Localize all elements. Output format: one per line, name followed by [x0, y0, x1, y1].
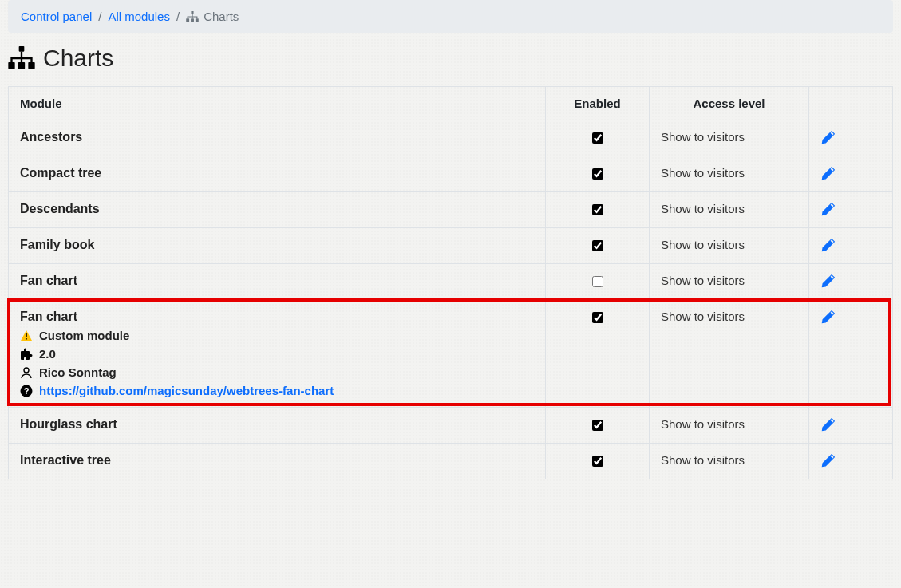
table-row: Family bookShow to visitors	[9, 228, 893, 264]
svg-text:?: ?	[24, 386, 30, 396]
table-row: Compact treeShow to visitors	[9, 156, 893, 192]
table-row: Fan chartCustom module2.0Rico Sonntag?ht…	[9, 300, 893, 408]
svg-rect-4	[19, 46, 25, 52]
enabled-checkbox[interactable]	[592, 132, 603, 144]
access-cell: Show to visitors	[650, 444, 809, 479]
access-level-text: Show to visitors	[661, 310, 745, 323]
module-name: Hourglass chart	[20, 417, 534, 432]
enabled-cell	[546, 408, 650, 444]
warning-icon	[20, 330, 33, 342]
enabled-cell	[546, 156, 650, 192]
module-name: Compact tree	[20, 166, 534, 180]
access-cell: Show to visitors	[650, 300, 809, 408]
module-cell: Compact tree	[9, 156, 546, 192]
custom-module-url[interactable]: https://github.com/magicsunday/webtrees-…	[39, 384, 334, 397]
edit-cell	[809, 192, 893, 228]
svg-rect-7	[28, 62, 34, 69]
breadcrumb-current: Charts	[186, 10, 239, 23]
access-cell: Show to visitors	[650, 264, 809, 300]
enabled-cell	[546, 192, 650, 228]
pencil-icon	[820, 418, 835, 432]
sitemap-icon	[8, 46, 35, 70]
edit-button[interactable]	[820, 310, 835, 323]
module-cell: Fan chart	[9, 264, 546, 300]
enabled-cell	[546, 228, 650, 264]
edit-button[interactable]	[820, 238, 835, 251]
custom-module-author: Rico Sonntag	[20, 365, 534, 379]
access-cell: Show to visitors	[650, 408, 809, 444]
breadcrumb: Control panel / All modules / Charts	[8, 0, 893, 33]
table-row: Hourglass chartShow to visitors	[9, 408, 893, 444]
sitemap-icon	[186, 11, 199, 22]
edit-button[interactable]	[820, 202, 835, 215]
edit-cell	[809, 156, 893, 192]
enabled-cell	[546, 444, 650, 479]
access-cell: Show to visitors	[650, 120, 809, 156]
access-level-text: Show to visitors	[661, 202, 745, 215]
access-level-text: Show to visitors	[661, 166, 745, 180]
module-name: Interactive tree	[20, 453, 534, 468]
breadcrumb-control-panel[interactable]: Control panel	[21, 10, 92, 23]
table-row: DescendantsShow to visitors	[9, 192, 893, 228]
module-name: Ancestors	[20, 130, 534, 144]
edit-button[interactable]	[820, 274, 835, 287]
svg-rect-9	[26, 338, 27, 340]
edit-cell	[809, 228, 893, 264]
access-level-text: Show to visitors	[661, 274, 745, 287]
puzzle-icon	[20, 348, 33, 361]
svg-rect-5	[8, 62, 14, 69]
table-row: Interactive treeShow to visitors	[9, 444, 893, 479]
page-title: Charts	[8, 45, 893, 72]
enabled-checkbox[interactable]	[592, 204, 603, 215]
svg-rect-2	[191, 18, 194, 22]
edit-cell	[809, 264, 893, 300]
edit-button[interactable]	[820, 417, 835, 431]
edit-button[interactable]	[820, 453, 835, 467]
module-name: Descendants	[20, 202, 534, 216]
edit-cell	[809, 408, 893, 444]
access-level-text: Show to visitors	[661, 453, 745, 467]
module-cell: Ancestors	[9, 120, 546, 156]
modules-table: Module Enabled Access level AncestorsSho…	[8, 86, 893, 479]
user-icon	[20, 366, 33, 379]
enabled-checkbox[interactable]	[592, 312, 603, 323]
edit-button[interactable]	[820, 130, 835, 144]
col-edit	[809, 87, 893, 120]
module-cell: Fan chartCustom module2.0Rico Sonntag?ht…	[9, 300, 546, 408]
module-cell: Family book	[9, 228, 546, 264]
page-title-text: Charts	[43, 45, 113, 72]
table-row: AncestorsShow to visitors	[9, 120, 893, 156]
enabled-checkbox[interactable]	[592, 276, 603, 287]
svg-rect-6	[18, 62, 25, 69]
module-name: Fan chart	[20, 274, 534, 288]
enabled-cell	[546, 264, 650, 300]
edit-button[interactable]	[820, 166, 835, 180]
custom-module-version: 2.0	[20, 347, 534, 361]
access-level-text: Show to visitors	[661, 130, 745, 144]
enabled-checkbox[interactable]	[592, 240, 603, 251]
enabled-cell	[546, 300, 650, 408]
module-name: Fan chart	[20, 310, 534, 324]
access-cell: Show to visitors	[650, 228, 809, 264]
edit-cell	[809, 444, 893, 479]
custom-module-label: Custom module	[20, 329, 534, 342]
pencil-icon	[820, 274, 835, 289]
breadcrumb-current-label: Charts	[204, 10, 239, 23]
svg-rect-0	[192, 11, 194, 14]
pencil-icon	[820, 203, 835, 217]
svg-rect-3	[196, 18, 199, 22]
enabled-checkbox[interactable]	[592, 456, 603, 467]
module-cell: Descendants	[9, 192, 546, 228]
breadcrumb-all-modules[interactable]: All modules	[108, 10, 170, 23]
pencil-icon	[820, 239, 835, 253]
breadcrumb-separator: /	[98, 10, 101, 23]
edit-cell	[809, 300, 893, 408]
enabled-checkbox[interactable]	[592, 420, 603, 431]
edit-cell	[809, 120, 893, 156]
module-cell: Hourglass chart	[9, 408, 546, 444]
pencil-icon	[820, 167, 835, 181]
module-cell: Interactive tree	[9, 444, 546, 479]
col-module: Module	[9, 87, 546, 120]
enabled-checkbox[interactable]	[592, 168, 603, 180]
enabled-cell	[546, 120, 650, 156]
